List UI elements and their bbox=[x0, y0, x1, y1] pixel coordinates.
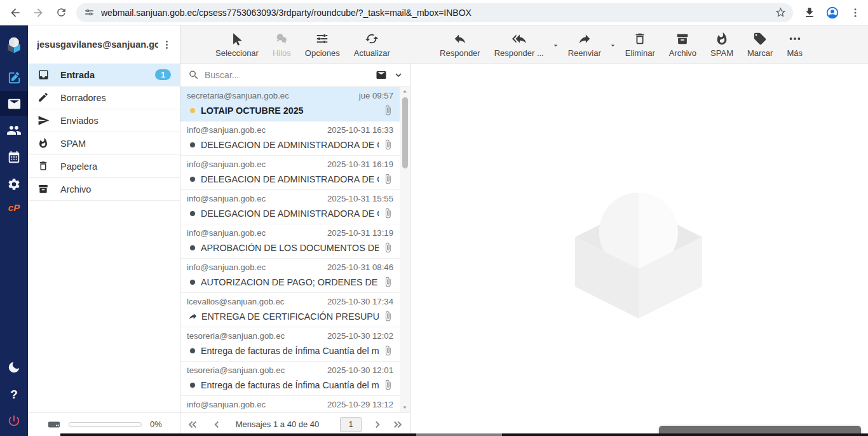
site-privacy-icon[interactable] bbox=[84, 7, 95, 18]
message-list: secretaria@sanjuan.gob.ec jue 09:57 LOTA… bbox=[180, 87, 400, 412]
address-bar[interactable]: webmail.sanjuan.gob.ec/cpsess7753063093/… bbox=[76, 3, 793, 22]
contacts-nav-icon[interactable] bbox=[0, 118, 28, 143]
message-sender: tesoreria@sanjuan.gob.ec bbox=[187, 331, 322, 341]
settings-gear-icon[interactable] bbox=[0, 172, 28, 197]
unread-dot bbox=[190, 348, 195, 353]
unread-dot bbox=[190, 211, 195, 216]
message-list-item[interactable]: info@sanjuan.gob.ec 2025-10-31 08:46 AUT… bbox=[180, 259, 400, 293]
last-page-button[interactable] bbox=[391, 418, 405, 432]
message-date: 2025-10-31 16:19 bbox=[327, 160, 393, 169]
spam-button[interactable]: SPAM bbox=[703, 25, 740, 64]
reply-all-icon bbox=[512, 32, 526, 46]
search-bar bbox=[180, 64, 410, 87]
message-list-item[interactable]: info@sanjuan.gob.ec 2025-10-29 13:12 bbox=[180, 396, 400, 412]
message-date: 2025-10-30 17:34 bbox=[327, 297, 393, 306]
next-page-button[interactable] bbox=[370, 418, 384, 432]
first-page-button[interactable] bbox=[186, 418, 200, 432]
attachment-paperclip-icon bbox=[383, 174, 393, 184]
forward-dropdown-caret[interactable] bbox=[608, 25, 618, 64]
message-sender: info@sanjuan.gob.ec bbox=[187, 194, 322, 203]
delete-button[interactable]: Eliminar bbox=[618, 25, 662, 64]
folder-inbox[interactable]: Entrada 1 bbox=[28, 64, 180, 86]
message-list-item[interactable]: secretaria@sanjuan.gob.ec jue 09:57 LOTA… bbox=[180, 87, 400, 121]
threads-button[interactable]: Hilos bbox=[266, 25, 298, 64]
message-list-item[interactable]: info@sanjuan.gob.ec 2025-10-31 16:33 DEL… bbox=[180, 121, 400, 156]
message-sender: info@sanjuan.gob.ec bbox=[187, 160, 322, 169]
bookmark-star-icon[interactable] bbox=[775, 6, 787, 18]
dark-mode-moon-icon[interactable] bbox=[0, 355, 28, 380]
reply-button[interactable]: Responder bbox=[433, 25, 487, 64]
cpanel-logo[interactable]: cP bbox=[0, 194, 28, 220]
refresh-button[interactable]: Actualizar bbox=[347, 25, 397, 64]
folder-sent[interactable]: Enviados bbox=[28, 109, 180, 132]
help-icon[interactable]: ? bbox=[0, 382, 28, 407]
logout-power-icon[interactable] bbox=[0, 408, 28, 433]
quota-progress bbox=[69, 422, 142, 427]
search-options-chevron-icon[interactable] bbox=[393, 70, 403, 80]
folder-archive[interactable]: Archivo bbox=[28, 178, 180, 201]
attachment-paperclip-icon bbox=[383, 345, 393, 356]
reading-pane bbox=[410, 64, 868, 436]
message-list-item[interactable]: info@sanjuan.gob.ec 2025-10-31 13:19 APR… bbox=[180, 224, 400, 259]
mail-nav-icon[interactable] bbox=[0, 91, 28, 116]
browser-forward-button[interactable] bbox=[27, 1, 50, 24]
browser-menu-button[interactable] bbox=[844, 1, 867, 24]
compose-icon[interactable] bbox=[0, 65, 28, 90]
scroll-down-icon[interactable] bbox=[400, 403, 410, 412]
account-menu-icon[interactable] bbox=[158, 36, 175, 53]
message-subject: Entrega de facturas de Ínfima Cuantía de… bbox=[201, 380, 379, 390]
folder-spam[interactable]: SPAM bbox=[28, 132, 180, 155]
downloads-button[interactable] bbox=[798, 1, 821, 24]
attachment-paperclip-icon bbox=[383, 208, 393, 219]
calendar-nav-icon[interactable] bbox=[0, 144, 28, 170]
prev-page-button[interactable] bbox=[210, 418, 224, 432]
search-scope-envelope-icon[interactable] bbox=[374, 69, 388, 81]
message-date: 2025-10-29 13:12 bbox=[327, 400, 393, 409]
trash-icon bbox=[633, 32, 647, 46]
message-sender: info@sanjuan.gob.ec bbox=[187, 262, 322, 272]
page-number-input[interactable] bbox=[340, 417, 362, 432]
forward-button[interactable]: Reenviar bbox=[561, 25, 608, 64]
scroll-up-icon[interactable] bbox=[400, 87, 410, 96]
flame-icon bbox=[715, 32, 729, 46]
message-subject: DELEGACION DE ADMINISTRADORA DE OR... bbox=[201, 174, 379, 184]
message-list-item[interactable]: tesoreria@sanjuan.gob.ec 2025-10-30 12:0… bbox=[180, 327, 400, 362]
paper-plane-icon bbox=[37, 114, 50, 126]
attachment-paperclip-icon bbox=[383, 139, 393, 150]
folder-drafts[interactable]: Borradores bbox=[28, 86, 180, 109]
browser-toolbar: webmail.sanjuan.gob.ec/cpsess7753063093/… bbox=[0, 0, 868, 25]
refresh-icon bbox=[365, 32, 379, 46]
attachment-paperclip-icon bbox=[383, 379, 393, 390]
chat-bubbles-icon bbox=[275, 32, 288, 46]
url-text[interactable]: webmail.sanjuan.gob.ec/cpsess7753063093/… bbox=[101, 8, 775, 18]
more-button[interactable]: Más bbox=[780, 25, 810, 64]
list-toolbar: Seleccionar Hilos Opciones Actualizar bbox=[208, 25, 397, 64]
screen: webmail.sanjuan.gob.ec/cpsess7753063093/… bbox=[0, 0, 868, 436]
unread-count-badge: 1 bbox=[155, 69, 171, 80]
browser-back-button[interactable] bbox=[4, 1, 27, 24]
sliders-icon bbox=[315, 32, 329, 46]
attachment-paperclip-icon bbox=[383, 242, 393, 253]
scrollbar-thumb[interactable] bbox=[402, 97, 408, 168]
folder-trash[interactable]: Papelera bbox=[28, 155, 180, 178]
message-list-item[interactable]: info@sanjuan.gob.ec 2025-10-31 16:19 DEL… bbox=[180, 156, 400, 190]
message-list-item[interactable]: info@sanjuan.gob.ec 2025-10-31 15:55 DEL… bbox=[180, 190, 400, 224]
folder-sidebar: jesusgavilanes@sanjuan.gob.... Entrada 1… bbox=[28, 25, 180, 436]
message-date: 2025-10-30 12:01 bbox=[327, 365, 393, 375]
reply-all-dropdown-caret[interactable] bbox=[551, 25, 561, 64]
archive-button[interactable]: Archivo bbox=[662, 25, 703, 64]
select-button[interactable]: Seleccionar bbox=[208, 25, 266, 64]
search-input[interactable] bbox=[205, 70, 374, 80]
message-list-item[interactable]: lcevallos@sanjuan.gob.ec 2025-10-30 17:3… bbox=[180, 293, 400, 327]
mark-button[interactable]: Marcar bbox=[740, 25, 780, 64]
app-rail: cP ? bbox=[0, 25, 28, 436]
mail-toolbar: Seleccionar Hilos Opciones Actualizar bbox=[180, 25, 868, 64]
options-button[interactable]: Opciones bbox=[298, 25, 347, 64]
message-sender: info@sanjuan.gob.ec bbox=[187, 228, 322, 238]
browser-profile-button[interactable] bbox=[821, 1, 844, 24]
message-list-scrollbar[interactable] bbox=[400, 87, 410, 412]
storage-disk-icon bbox=[47, 418, 61, 432]
reply-all-button[interactable]: Responder ... bbox=[487, 25, 551, 64]
message-list-item[interactable]: tesoreria@sanjuan.gob.ec 2025-10-30 12:0… bbox=[180, 362, 400, 396]
browser-reload-button[interactable] bbox=[50, 1, 72, 24]
